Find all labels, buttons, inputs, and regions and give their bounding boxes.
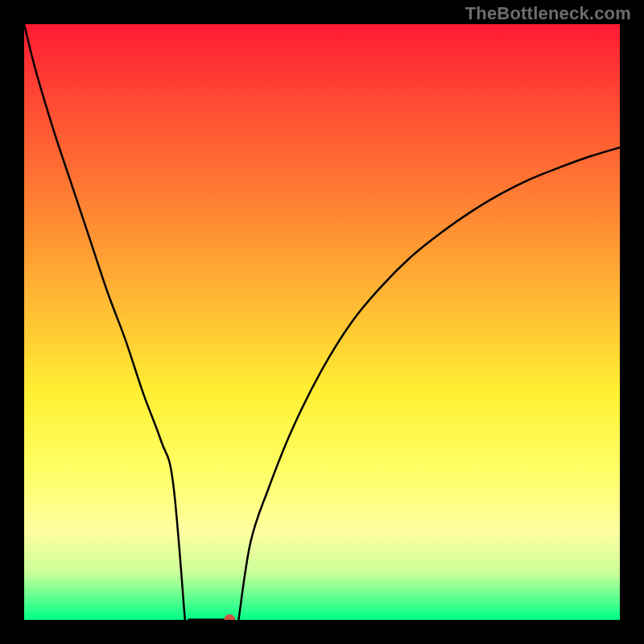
curve-right <box>238 147 620 620</box>
optimum-marker <box>224 614 235 620</box>
watermark-text: TheBottleneck.com <box>465 3 631 24</box>
plot-area <box>24 24 620 620</box>
curve-left <box>24 24 185 620</box>
chart-frame: TheBottleneck.com <box>0 0 644 644</box>
curve-layer <box>24 24 620 620</box>
